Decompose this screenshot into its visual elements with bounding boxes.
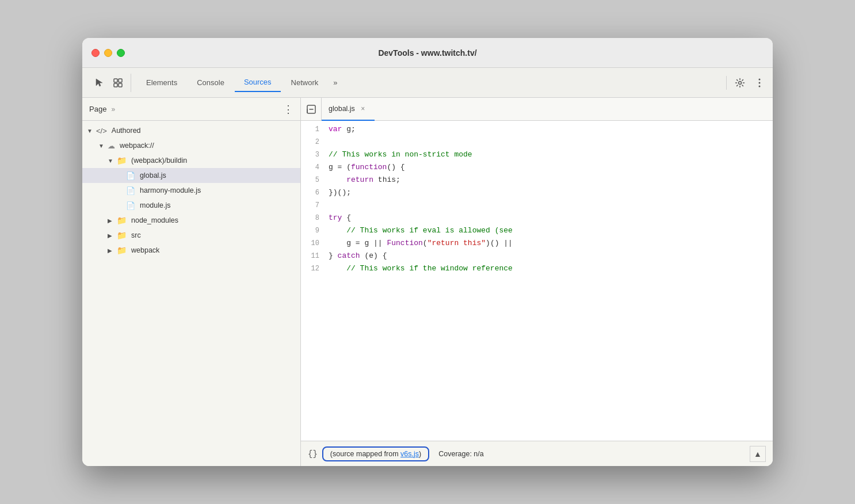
editor-tab-close-button[interactable]: × — [358, 104, 368, 113]
tab-sources[interactable]: Sources — [235, 73, 281, 92]
line-num-4: 4 — [301, 161, 329, 174]
tree-item-authored[interactable]: ▼ </> Authored — [82, 123, 300, 138]
line-num-12: 12 — [301, 262, 329, 275]
tree-item-node-modules[interactable]: ▶ 📁 node_modules — [82, 213, 300, 228]
line-content-5: return this; — [329, 174, 773, 186]
line-num-2: 2 — [301, 136, 329, 148]
file-icon-harmony: 📄 — [126, 186, 135, 195]
line-content-12: // This works if the window reference — [329, 262, 773, 275]
code-line-1: 1 var g; — [301, 123, 773, 136]
format-button[interactable]: {} — [308, 449, 318, 459]
code-area[interactable]: 1 var g; 2 3 // This works in non-strict… — [301, 121, 773, 441]
line-num-5: 5 — [301, 174, 329, 186]
tree-item-harmony-module[interactable]: 📄 harmony-module.js — [82, 183, 300, 198]
sidebar-dots-button[interactable]: ⋮ — [283, 103, 293, 116]
svg-rect-0 — [114, 79, 117, 82]
editor-back-button[interactable] — [301, 98, 322, 121]
window-title: DevTools - www.twitch.tv/ — [378, 48, 476, 58]
maximize-button[interactable] — [117, 49, 125, 57]
sidebar: Page » ⋮ ▼ </> Authored ▼ ☁ webpack:// — [82, 98, 301, 466]
tree-label-module-js: module.js — [140, 201, 171, 209]
file-icon-module: 📄 — [126, 201, 135, 210]
tree-item-global-js[interactable]: 📄 global.js — [82, 168, 300, 183]
close-button[interactable] — [91, 49, 100, 57]
devtools-tool-icons — [87, 74, 131, 92]
title-bar: DevTools - www.twitch.tv/ — [82, 38, 773, 68]
svg-point-6 — [759, 82, 761, 83]
folder-icon-buildin: 📁 — [117, 156, 127, 165]
source-mapped-badge: (source mapped from v6s.js) — [322, 446, 429, 461]
tab-elements[interactable]: Elements — [137, 74, 186, 91]
svg-point-5 — [759, 78, 761, 80]
editor-tabs: global.js × — [301, 98, 773, 121]
code-line-4: 4 g = (function() { — [301, 161, 773, 174]
sidebar-title: Page — [89, 105, 106, 113]
status-bar-right: ▲ — [750, 446, 766, 462]
tree-label-webpack: webpack:// — [120, 142, 154, 150]
folder-icon-node-modules: 📁 — [117, 216, 127, 225]
tree-arrow-buildin: ▼ — [108, 158, 114, 164]
line-content-9: // This works if eval is allowed (see — [329, 224, 773, 237]
editor-tab-filename: global.js — [329, 105, 355, 113]
code-line-2: 2 — [301, 136, 773, 148]
code-line-6: 6 })(); — [301, 186, 773, 199]
source-mapped-link[interactable]: v6s.js — [400, 450, 419, 458]
sidebar-more-button[interactable]: » — [111, 105, 115, 113]
tree-label-node-modules: node_modules — [131, 216, 178, 224]
line-num-6: 6 — [301, 186, 329, 199]
line-num-1: 1 — [301, 123, 329, 136]
tab-network[interactable]: Network — [282, 74, 328, 91]
line-content-6: })(); — [329, 186, 773, 199]
svg-rect-1 — [114, 83, 117, 87]
line-content-10: g = g || Function("return this")() || — [329, 237, 773, 250]
svg-rect-2 — [119, 79, 122, 82]
line-content-11: } catch (e) { — [329, 250, 773, 262]
settings-icon[interactable] — [731, 74, 749, 91]
code-icon: </> — [96, 127, 107, 135]
traffic-lights — [91, 49, 125, 57]
tree-arrow-node-modules: ▶ — [108, 217, 114, 224]
main-area: Page » ⋮ ▼ </> Authored ▼ ☁ webpack:// — [82, 98, 773, 466]
coverage-label: Coverage: n/a — [438, 450, 484, 458]
devtools-window: DevTools - www.twitch.tv/ Elements Conso… — [82, 38, 773, 466]
code-line-10: 10 g = g || Function("return this")() || — [301, 237, 773, 250]
editor-tab-global-js[interactable]: global.js × — [322, 98, 375, 121]
tab-more-button[interactable]: » — [329, 75, 342, 90]
tab-bar-right — [724, 74, 768, 91]
tree-arrow-authored: ▼ — [87, 128, 94, 134]
folder-icon-webpack: 📁 — [117, 246, 127, 255]
kebab-icon[interactable] — [751, 74, 768, 91]
expand-button[interactable]: ▲ — [750, 446, 766, 462]
line-num-7: 7 — [301, 199, 329, 212]
tree-item-buildin[interactable]: ▼ 📁 (webpack)/buildin — [82, 153, 300, 168]
minimize-button[interactable] — [104, 49, 112, 57]
tree-label-buildin: (webpack)/buildin — [131, 156, 187, 165]
sidebar-tree: ▼ </> Authored ▼ ☁ webpack:// ▼ 📁 (webpa… — [82, 121, 300, 466]
svg-point-4 — [739, 81, 742, 84]
arrow-up-icon: ▲ — [754, 449, 762, 459]
line-num-8: 8 — [301, 212, 329, 224]
status-bar: {} (source mapped from v6s.js) Coverage:… — [301, 441, 773, 466]
source-mapped-text: (source mapped from — [330, 450, 400, 458]
tab-console[interactable]: Console — [188, 74, 234, 91]
tree-arrow-src: ▶ — [108, 232, 114, 239]
tree-item-webpack[interactable]: ▼ ☁ webpack:// — [82, 138, 300, 153]
cloud-icon: ☁ — [108, 142, 115, 150]
inspector-icon[interactable] — [110, 75, 126, 91]
folder-icon-src: 📁 — [117, 231, 127, 240]
divider — [726, 76, 727, 90]
code-line-12: 12 // This works if the window reference — [301, 262, 773, 275]
cursor-icon[interactable] — [91, 75, 108, 91]
source-mapped-close: ) — [419, 450, 421, 458]
tree-label-src: src — [131, 231, 141, 239]
tree-item-module-js[interactable]: 📄 module.js — [82, 198, 300, 213]
code-line-9: 9 // This works if eval is allowed (see — [301, 224, 773, 237]
tree-item-src[interactable]: ▶ 📁 src — [82, 228, 300, 243]
editor-area: global.js × 1 var g; 2 3 / — [301, 98, 773, 466]
line-content-1: var g; — [329, 123, 773, 136]
tree-label-global-js: global.js — [140, 171, 166, 180]
tree-arrow-webpack: ▼ — [98, 143, 105, 149]
code-line-5: 5 return this; — [301, 174, 773, 186]
tree-item-webpack-folder[interactable]: ▶ 📁 webpack — [82, 243, 300, 258]
file-icon-global: 📄 — [126, 171, 135, 180]
